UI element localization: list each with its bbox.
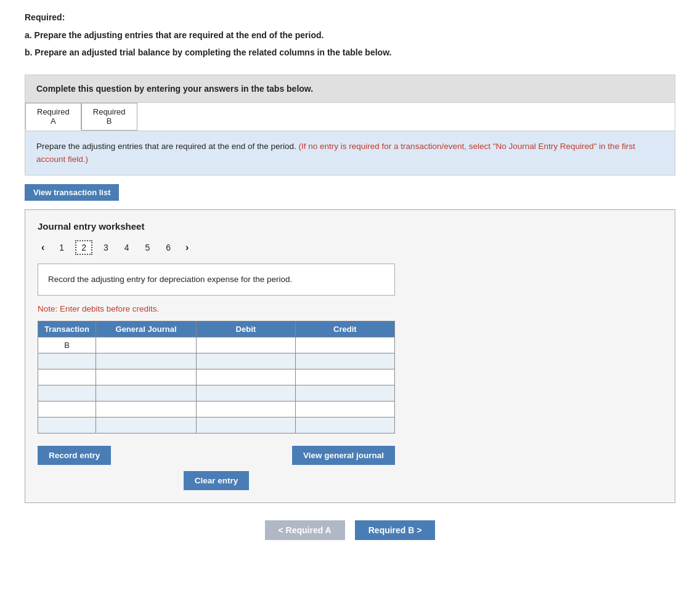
credit-input-5[interactable] — [296, 401, 394, 417]
bottom-nav: < Required A Required B > — [25, 520, 675, 540]
view-transaction-button[interactable]: View transaction list — [25, 184, 119, 201]
credit-cell-3[interactable] — [295, 369, 394, 385]
instruction-a: a. Prepare the adjusting entries that ar… — [25, 28, 675, 42]
tabs-row: RequiredA RequiredB — [25, 103, 675, 131]
nav-num-3[interactable]: 3 — [99, 241, 113, 254]
tx-cell-6 — [38, 417, 96, 433]
nav-row: ‹ 1 2 3 4 5 6 › — [38, 240, 662, 255]
nav-num-4[interactable]: 4 — [120, 241, 134, 254]
debit-input-1[interactable] — [197, 337, 295, 353]
table-row: B — [38, 337, 395, 353]
table-row — [38, 401, 395, 417]
tab-content: Prepare the adjusting entries that are r… — [25, 131, 675, 175]
credit-cell-6[interactable] — [295, 417, 394, 433]
credit-input-1[interactable] — [296, 337, 394, 353]
entry-description-box: Record the adjusting entry for depreciat… — [38, 264, 395, 296]
credit-input-2[interactable] — [296, 353, 394, 369]
tab-required-b[interactable]: RequiredB — [81, 103, 137, 131]
tabs-container: RequiredA RequiredB Prepare the adjustin… — [25, 103, 675, 175]
credit-cell-5[interactable] — [295, 401, 394, 417]
record-entry-button[interactable]: Record entry — [38, 446, 111, 465]
col-credit: Credit — [295, 321, 394, 337]
col-transaction: Transaction — [38, 321, 96, 337]
instruction-b-letter: b. — [25, 47, 32, 57]
table-row — [38, 385, 395, 401]
worksheet-title: Journal entry worksheet — [38, 221, 662, 232]
tx-cell-3 — [38, 369, 96, 385]
credit-cell-2[interactable] — [295, 353, 394, 369]
nav-num-6[interactable]: 6 — [161, 241, 176, 254]
journal-table: Transaction General Journal Debit Credit… — [38, 321, 395, 434]
debit-input-4[interactable] — [197, 385, 295, 401]
nav-next-arrow[interactable]: › — [182, 241, 192, 254]
journal-input-3[interactable] — [96, 369, 196, 385]
journal-cell-3[interactable] — [96, 369, 196, 385]
tx-cell-2 — [38, 353, 96, 369]
journal-input-6[interactable] — [96, 417, 196, 433]
tx-cell-1: B — [38, 337, 96, 353]
journal-input-2[interactable] — [96, 353, 196, 369]
note-text: Note: Enter debits before credits. — [38, 304, 662, 313]
journal-input-5[interactable] — [96, 401, 196, 417]
nav-prev-arrow[interactable]: ‹ — [38, 241, 48, 254]
buttons-row: Record entry View general journal — [38, 446, 395, 465]
debit-cell-6[interactable] — [197, 417, 296, 433]
table-row — [38, 369, 395, 385]
prev-nav-button[interactable]: < Required A — [265, 520, 345, 540]
complete-banner: Complete this question by entering your … — [25, 75, 675, 103]
journal-cell-5[interactable] — [96, 401, 196, 417]
nav-num-5[interactable]: 5 — [140, 241, 155, 254]
journal-cell-1[interactable] — [96, 337, 196, 353]
clear-entry-button[interactable]: Clear entry — [184, 471, 250, 490]
next-nav-button[interactable]: Required B > — [355, 520, 436, 540]
view-general-journal-button[interactable]: View general journal — [292, 446, 395, 465]
tx-cell-5 — [38, 401, 96, 417]
credit-input-4[interactable] — [296, 385, 394, 401]
credit-input-6[interactable] — [296, 417, 394, 433]
journal-cell-2[interactable] — [96, 353, 196, 369]
credit-input-3[interactable] — [296, 369, 394, 385]
debit-cell-5[interactable] — [197, 401, 296, 417]
required-label: Required: — [25, 12, 675, 22]
nav-num-2[interactable]: 2 — [75, 240, 92, 255]
journal-cell-4[interactable] — [96, 385, 196, 401]
journal-cell-6[interactable] — [96, 417, 196, 433]
tx-cell-4 — [38, 385, 96, 401]
instruction-b: b. Prepare an adjusted trial balance by … — [25, 46, 675, 59]
journal-input-1[interactable] — [96, 337, 196, 353]
journal-input-4[interactable] — [96, 385, 196, 401]
debit-input-2[interactable] — [197, 353, 295, 369]
credit-cell-1[interactable] — [295, 337, 394, 353]
debit-input-3[interactable] — [197, 369, 295, 385]
table-row — [38, 353, 395, 369]
credit-cell-4[interactable] — [295, 385, 394, 401]
debit-input-6[interactable] — [197, 417, 295, 433]
instruction-a-letter: a. — [25, 30, 32, 40]
debit-cell-1[interactable] — [197, 337, 296, 353]
clear-entry-row: Clear entry — [38, 471, 395, 490]
col-debit: Debit — [197, 321, 296, 337]
debit-cell-2[interactable] — [197, 353, 296, 369]
tab-required-a[interactable]: RequiredA — [25, 103, 81, 131]
col-general-journal: General Journal — [96, 321, 196, 337]
nav-num-1[interactable]: 1 — [54, 241, 69, 254]
worksheet-box: Journal entry worksheet ‹ 1 2 3 4 5 6 › … — [25, 209, 675, 503]
table-row — [38, 417, 395, 433]
debit-input-5[interactable] — [197, 401, 295, 417]
debit-cell-4[interactable] — [197, 385, 296, 401]
debit-cell-3[interactable] — [197, 369, 296, 385]
